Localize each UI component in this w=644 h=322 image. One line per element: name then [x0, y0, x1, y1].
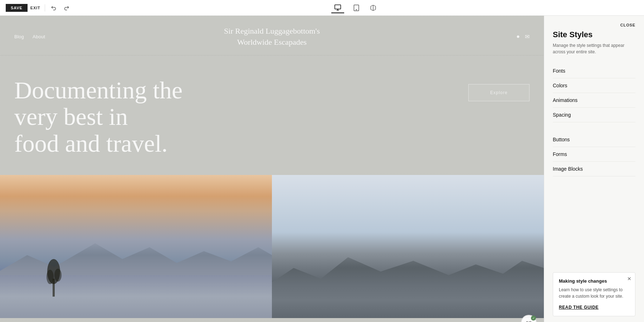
panel-title: Site Styles — [553, 30, 635, 39]
style-item-image-blocks[interactable]: Image Blocks — [553, 162, 635, 176]
panel-description: Manage the style settings that appear ac… — [553, 42, 635, 55]
site-styles-panel: CLOSE Site Styles Manage the style setti… — [544, 16, 644, 322]
image-block-left — [0, 175, 272, 318]
image-grid — [0, 175, 544, 318]
style-group-divider — [553, 125, 635, 132]
save-button[interactable]: SAVE — [6, 4, 28, 12]
redo-button[interactable] — [62, 3, 71, 13]
svg-point-6 — [54, 269, 62, 282]
svg-point-5 — [47, 270, 54, 284]
panel-body: Site Styles Manage the style settings th… — [544, 30, 644, 267]
toolbar-left: SAVE EXIT — [6, 3, 71, 13]
desktop-view-button[interactable] — [331, 3, 344, 13]
tooltip-title: Making style changes — [559, 278, 629, 284]
header-icons: ● ✉ — [320, 33, 530, 40]
toolbar-center — [74, 3, 635, 13]
website-preview: Blog About Sir Reginald Luggagebottom's … — [0, 16, 544, 322]
main-layout: Blog About Sir Reginald Luggagebottom's … — [0, 16, 644, 322]
style-item-spacing[interactable]: Spacing — [553, 108, 635, 122]
tooltip-link[interactable]: READ THE GUIDE — [559, 305, 599, 310]
toolbar: SAVE EXIT — [0, 0, 644, 16]
site-header: Blog About Sir Reginald Luggagebottom's … — [0, 16, 544, 55]
preview-area: Blog About Sir Reginald Luggagebottom's … — [0, 16, 544, 322]
hero-headline: Documenting the very best in food and tr… — [14, 77, 229, 157]
image-block-right — [272, 175, 544, 318]
style-tooltip: ✕ Making style changes Learn how to use … — [553, 272, 635, 316]
progress-check-icon: ✓ — [531, 316, 536, 321]
nav-about[interactable]: About — [33, 34, 45, 39]
style-item-fonts[interactable]: Fonts — [553, 64, 635, 78]
hero-section: Documenting the very best in food and tr… — [0, 55, 544, 175]
site-nav: Blog About — [14, 34, 224, 39]
tree-silhouette — [43, 254, 64, 297]
tooltip-text: Learn how to use style settings to creat… — [559, 287, 629, 299]
style-item-animations[interactable]: Animations — [553, 93, 635, 108]
panel-header: CLOSE — [544, 16, 644, 30]
toolbar-divider — [45, 4, 45, 11]
explore-button[interactable]: Explore — [468, 84, 530, 101]
style-item-forms[interactable]: Forms — [553, 147, 635, 162]
site-title: Sir Reginald Luggagebottom's Worldwide E… — [224, 26, 320, 48]
accessibility-button[interactable] — [369, 3, 378, 13]
style-item-colors[interactable]: Colors — [553, 78, 635, 93]
tooltip-close-button[interactable]: ✕ — [627, 276, 631, 281]
close-panel-button[interactable]: CLOSE — [620, 23, 635, 27]
style-section-1: Fonts Colors Animations Spacing — [553, 64, 635, 122]
exit-button[interactable]: EXIT — [30, 6, 40, 10]
tablet-view-button[interactable] — [350, 3, 363, 13]
progress-text: 2/2 — [526, 321, 531, 322]
instagram-icon[interactable]: ● — [516, 33, 520, 40]
svg-rect-0 — [335, 5, 341, 9]
email-icon[interactable]: ✉ — [525, 33, 530, 40]
style-item-buttons[interactable]: Buttons — [553, 132, 635, 147]
style-section-2: Buttons Forms Image Blocks — [553, 132, 635, 176]
nav-blog[interactable]: Blog — [14, 34, 24, 39]
undo-button[interactable] — [49, 3, 59, 13]
svg-point-2 — [356, 9, 357, 10]
